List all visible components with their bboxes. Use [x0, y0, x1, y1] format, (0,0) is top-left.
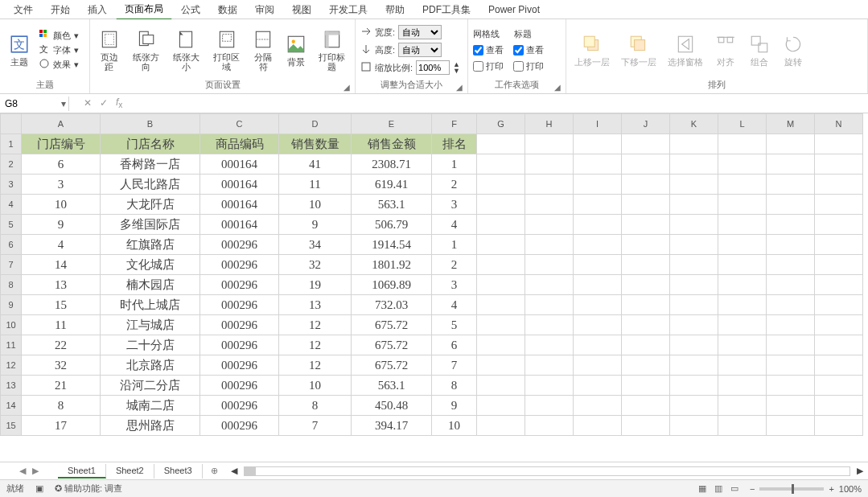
cell-D2[interactable]: 41	[279, 154, 352, 175]
cell-G13[interactable]	[477, 376, 525, 396]
col-header-M[interactable]: M	[767, 114, 815, 134]
cell-B7[interactable]: 文化城店	[101, 255, 200, 275]
cell-F15[interactable]: 10	[432, 416, 477, 436]
cell-E10[interactable]: 675.72	[352, 315, 432, 335]
cell-F7[interactable]: 2	[432, 255, 477, 275]
cell-B9[interactable]: 时代上城店	[101, 295, 200, 315]
cell-K3[interactable]	[670, 175, 718, 195]
row-header-11[interactable]: 11	[1, 335, 22, 355]
cell-C5[interactable]: 000164	[200, 215, 279, 235]
row-header-15[interactable]: 15	[1, 416, 22, 436]
view-pagelayout-icon[interactable]: ▥	[714, 483, 722, 494]
cell-G1[interactable]	[477, 134, 525, 154]
cell-F8[interactable]: 3	[432, 275, 477, 295]
cell-C2[interactable]: 000164	[200, 154, 279, 175]
cell-J11[interactable]	[622, 335, 670, 355]
cell-G12[interactable]	[477, 355, 525, 376]
cell-G4[interactable]	[477, 195, 525, 215]
cell-I6[interactable]	[574, 235, 622, 255]
cell-L2[interactable]	[718, 154, 767, 175]
row-header-3[interactable]: 3	[1, 175, 22, 195]
cell-I14[interactable]	[574, 396, 622, 416]
cell-J2[interactable]	[622, 154, 670, 175]
cell-G14[interactable]	[477, 396, 525, 416]
cell-G9[interactable]	[477, 295, 525, 315]
cell-N14[interactable]	[815, 396, 863, 416]
cell-C13[interactable]: 000296	[200, 376, 279, 396]
cell-E9[interactable]: 732.03	[352, 295, 432, 315]
row-header-2[interactable]: 2	[1, 154, 22, 175]
cell-I12[interactable]	[574, 355, 622, 376]
cell-G2[interactable]	[477, 154, 525, 175]
col-header-H[interactable]: H	[525, 114, 574, 134]
cell-H1[interactable]	[525, 134, 574, 154]
cell-A2[interactable]: 6	[22, 154, 101, 175]
cell-B12[interactable]: 北京路店	[101, 355, 200, 376]
cell-A13[interactable]: 21	[22, 376, 101, 396]
cell-L15[interactable]	[718, 416, 767, 436]
cell-G8[interactable]	[477, 275, 525, 295]
cell-K12[interactable]	[670, 355, 718, 376]
cell-A7[interactable]: 14	[22, 255, 101, 275]
row-header-12[interactable]: 12	[1, 355, 22, 376]
cell-L8[interactable]	[718, 275, 767, 295]
col-header-B[interactable]: B	[101, 114, 200, 134]
cell-B6[interactable]: 红旗路店	[101, 235, 200, 255]
cell-C10[interactable]: 000296	[200, 315, 279, 335]
cell-I5[interactable]	[574, 215, 622, 235]
row-header-10[interactable]: 10	[1, 315, 22, 335]
menu-tab-8[interactable]: 开发工具	[320, 0, 376, 19]
fx-icon[interactable]: fx	[116, 97, 122, 109]
cell-B10[interactable]: 江与城店	[101, 315, 200, 335]
cell-C15[interactable]: 000296	[200, 416, 279, 436]
cell-E13[interactable]: 563.1	[352, 376, 432, 396]
cell-C6[interactable]: 000296	[200, 235, 279, 255]
cell-J3[interactable]	[622, 175, 670, 195]
cell-D11[interactable]: 12	[279, 335, 352, 355]
cell-L7[interactable]	[718, 255, 767, 275]
cell-J15[interactable]	[622, 416, 670, 436]
cell-G3[interactable]	[477, 175, 525, 195]
cell-N12[interactable]	[815, 355, 863, 376]
cell-E8[interactable]: 1069.89	[352, 275, 432, 295]
view-normal-icon[interactable]: ▦	[698, 483, 706, 494]
cell-C3[interactable]: 000164	[200, 175, 279, 195]
col-header-N[interactable]: N	[815, 114, 863, 134]
cell-A5[interactable]: 9	[22, 215, 101, 235]
breaks-button[interactable]: 分隔符	[249, 27, 278, 73]
cell-I15[interactable]	[574, 416, 622, 436]
cell-F12[interactable]: 7	[432, 355, 477, 376]
zoom-slider[interactable]	[759, 487, 824, 491]
cell-M13[interactable]	[767, 376, 815, 396]
cell-B3[interactable]: 人民北路店	[101, 175, 200, 195]
cell-I4[interactable]	[574, 195, 622, 215]
menu-tab-3[interactable]: 页面布局	[116, 0, 172, 20]
cell-L5[interactable]	[718, 215, 767, 235]
cell-E3[interactable]: 619.41	[352, 175, 432, 195]
cell-I3[interactable]	[574, 175, 622, 195]
cell-E11[interactable]: 675.72	[352, 335, 432, 355]
sheet-tab-Sheet3[interactable]: Sheet3	[154, 464, 203, 479]
cell-L11[interactable]	[718, 335, 767, 355]
headings-view-checkbox[interactable]	[513, 45, 524, 55]
cell-F11[interactable]: 6	[432, 335, 477, 355]
row-header-7[interactable]: 7	[1, 255, 22, 275]
menu-tab-5[interactable]: 数据	[209, 0, 246, 19]
cell-H15[interactable]	[525, 416, 574, 436]
cell-K7[interactable]	[670, 255, 718, 275]
cell-H9[interactable]	[525, 295, 574, 315]
cell-C14[interactable]: 000296	[200, 396, 279, 416]
cell-C8[interactable]: 000296	[200, 275, 279, 295]
cell-I8[interactable]	[574, 275, 622, 295]
add-sheet-button[interactable]: ⊕	[203, 464, 226, 478]
cell-D15[interactable]: 7	[279, 416, 352, 436]
cell-J14[interactable]	[622, 396, 670, 416]
hscroll-track[interactable]	[244, 466, 850, 476]
cell-D3[interactable]: 11	[279, 175, 352, 195]
menu-tab-6[interactable]: 审阅	[246, 0, 283, 19]
cell-J8[interactable]	[622, 275, 670, 295]
name-box[interactable]	[0, 97, 59, 111]
cell-D10[interactable]: 12	[279, 315, 352, 335]
fit-launcher[interactable]: ◢	[456, 83, 463, 92]
cell-I7[interactable]	[574, 255, 622, 275]
